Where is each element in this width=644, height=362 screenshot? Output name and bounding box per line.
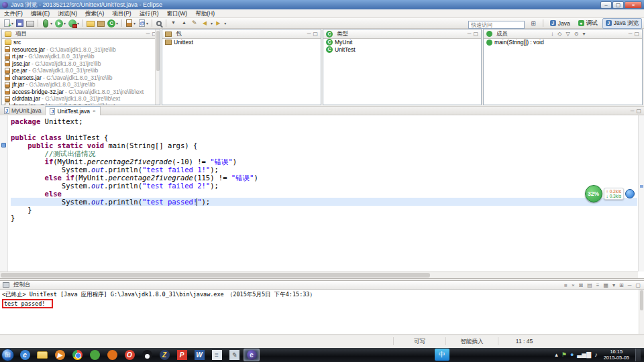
tree-item[interactable]: jce.jar - G:\Java\jdk1.8.0_31\jre\lib [2, 67, 160, 74]
hide-static-members-button[interactable]: ▽ [566, 31, 571, 37]
print-button[interactable] [25, 19, 36, 28]
perspective-java-button[interactable]: JJava [547, 19, 574, 28]
maximize-button[interactable]: ▢ [634, 31, 639, 37]
menu-item[interactable]: 搜索(A) [81, 9, 108, 18]
notepad-icon[interactable]: ≡ [209, 349, 225, 361]
tree-item[interactable]: CMyUnit [323, 39, 481, 46]
code-line[interactable]: } [11, 206, 637, 214]
projects-view-header[interactable]: 项目 ─▢ [2, 29, 160, 39]
volume-icon[interactable]: ♪ [594, 349, 598, 361]
taskbar-clock[interactable]: 16:15 2015-05-05 [601, 349, 632, 361]
maximize-button[interactable]: ▢ [635, 282, 641, 288]
tree-item[interactable]: jfr.jar - G:\Java\jdk1.8.0_31\jre\lib [2, 81, 160, 88]
menu-item[interactable]: 运行(R) [136, 9, 163, 18]
start-button[interactable]: ⊞ [1, 349, 14, 361]
code-line[interactable]: System.out.println("test passed!"); [11, 198, 637, 206]
search-button[interactable] [154, 19, 164, 28]
code-line[interactable]: if(MyUnit.percentage2fivegrade(-10) != "… [11, 158, 637, 166]
view-menu-button[interactable]: ▾ [582, 31, 586, 37]
code-area[interactable]: package Unittext; public class UnitTest … [11, 117, 637, 222]
next-annotation-button[interactable] [168, 19, 179, 28]
minimize-button[interactable]: ─ [629, 31, 633, 37]
menu-item[interactable]: 浏览(N) [54, 9, 81, 18]
console-body[interactable]: <已终止> UnitTest [Java 应用程序] G:\Java\jdk1.… [0, 290, 644, 334]
tree-item[interactable]: jsse.jar - G:\Java\jdk1.8.0_31\jre\lib [2, 60, 160, 68]
clear-console-button[interactable]: ▤ [586, 282, 593, 288]
remove-launch-button[interactable]: × [571, 282, 576, 288]
code-line[interactable]: else if(MyUnit.percentage2fivegrade(115)… [11, 174, 637, 182]
show-hidden-icons-button[interactable]: ▴ [555, 349, 558, 361]
minimize-button[interactable]: ─ [146, 31, 150, 37]
sort-button[interactable]: ↓ [550, 31, 554, 37]
menu-item[interactable]: 窗口(W) [163, 9, 192, 18]
tree-item[interactable]: rt.jar - G:\Java\jdk1.8.0_31\jre\lib [2, 53, 160, 60]
maximize-button[interactable]: ▢ [636, 108, 641, 114]
explorer-icon[interactable] [34, 349, 50, 361]
code-line[interactable]: else [11, 190, 637, 198]
menu-item[interactable]: 文件(F) [0, 9, 27, 18]
word-icon[interactable]: W [191, 349, 207, 361]
network-icon[interactable]: ▃▅▇ [577, 349, 591, 361]
new-jar-button[interactable]: ▾ [124, 19, 137, 28]
thunder-icon[interactable]: Z [156, 349, 172, 361]
code-line[interactable]: System.out.println("test failed 2!"); [11, 182, 637, 190]
code-line[interactable]: } [11, 214, 637, 222]
run-button[interactable]: ▾ [54, 19, 67, 28]
minimize-button[interactable]: ─ [468, 31, 472, 37]
minimize-button[interactable]: ─ [631, 108, 635, 114]
editor[interactable]: package Unittext; public class UnitTest … [0, 115, 644, 279]
console-scrollbar[interactable] [639, 290, 644, 334]
open-perspective-button[interactable]: ⊞ [527, 19, 539, 28]
scroll-lock-button[interactable]: ≡ [596, 282, 600, 288]
code-line[interactable]: package Unittext; [11, 117, 637, 125]
editor-tab[interactable]: JUnitTest.java× [46, 106, 100, 115]
safety-tray-icon[interactable]: ⚑ [561, 349, 567, 361]
debug-button[interactable]: ▾ [40, 19, 54, 28]
menu-item[interactable]: 帮助(H) [191, 9, 219, 18]
open-console-button[interactable]: ⊞ [619, 282, 625, 288]
types-view-header[interactable]: C 类型 ─▢ [323, 29, 481, 39]
tree-item[interactable]: main(String[]) : void [484, 39, 642, 46]
ime-indicator[interactable]: 中 [435, 349, 449, 361]
maximize-button[interactable]: ▢ [612, 1, 624, 9]
maximize-button[interactable]: ▢ [473, 31, 478, 37]
external-tools-button[interactable]: ▾ [67, 19, 80, 28]
code-line[interactable]: System.out.println("test failed 1!"); [11, 166, 637, 174]
code-line[interactable]: public static void main(String[] args) { [11, 141, 637, 149]
close-button[interactable]: × [625, 1, 642, 9]
new-package-button[interactable] [96, 19, 106, 28]
hide-nonpublic-members-button[interactable]: ⊙ [574, 31, 580, 37]
javadoc-button[interactable]: ▾ [137, 19, 150, 28]
ie-icon[interactable]: e [17, 349, 33, 361]
firefox-icon[interactable] [104, 349, 120, 361]
forward-button[interactable]: ▾ [214, 19, 227, 28]
projects-scrollbar[interactable] [155, 29, 160, 105]
perspective-debug-button[interactable]: ●调试 [575, 18, 601, 29]
tree-item[interactable]: charsets.jar - G:\Java\jdk1.8.0_31\jre\l… [2, 74, 160, 82]
chrome-icon[interactable] [69, 349, 85, 361]
pps-icon[interactable]: P [174, 349, 190, 361]
close-tab-icon[interactable]: × [93, 108, 96, 114]
overview-ruler[interactable] [638, 115, 644, 272]
tree-item[interactable]: CUnitTest [323, 46, 481, 54]
new-class-button[interactable]: ▾ [106, 19, 119, 28]
maximize-button[interactable]: ▢ [313, 31, 318, 37]
tree-item[interactable]: cldrdata.jar - G:\Java\jdk1.8.0_31\jre\l… [2, 95, 160, 103]
save-button[interactable] [15, 19, 25, 28]
terminate-button[interactable]: ■ [564, 282, 568, 288]
tree-item[interactable]: src [2, 39, 160, 46]
quick-access-input[interactable] [468, 21, 525, 29]
code-line[interactable] [11, 125, 637, 133]
code-line[interactable]: public class UnitTest { [11, 133, 637, 141]
back-button[interactable]: ▾ [201, 19, 214, 28]
editor-horizontal-scrollbar[interactable] [0, 272, 638, 278]
tree-item[interactable]: dnsns.jar - G:\Java\jdk1.8.0_31\jre\lib\… [2, 103, 160, 106]
pin-console-button[interactable]: ▦ [602, 282, 609, 288]
tree-item[interactable]: Unittext [162, 39, 321, 46]
remove-all-launches-button[interactable]: ⊠ [578, 282, 584, 288]
display-selected-console-button[interactable]: ▾ [612, 282, 616, 288]
paint-icon[interactable]: ✎ [226, 349, 242, 361]
perspective-java-browsing-button[interactable]: JJava 浏览 [602, 18, 642, 29]
menu-item[interactable]: 编辑(E) [27, 9, 54, 18]
editor-tab[interactable]: JMyUnit.java [0, 106, 46, 115]
